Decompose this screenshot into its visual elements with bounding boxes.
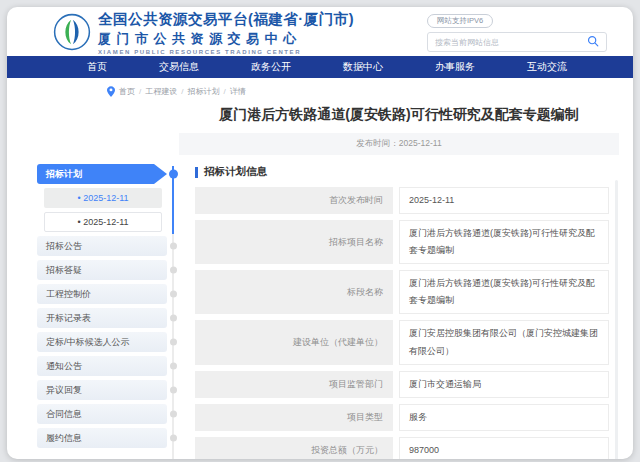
publish-label: 发布时间： bbox=[356, 138, 399, 148]
sidebar-item[interactable]: 通知公告 bbox=[37, 356, 167, 376]
timeline-dot bbox=[170, 411, 177, 418]
field-label: 招标项目名称 bbox=[195, 220, 393, 264]
publish-band: 发布时间：2025-12-11 bbox=[179, 133, 619, 155]
breadcrumb-item[interactable]: 工程建设 bbox=[145, 86, 177, 97]
main-nav: 首页交易信息政务公开数据中心办事服务互动交流 bbox=[7, 56, 633, 78]
field-label: 项目类型 bbox=[195, 404, 393, 431]
timeline-dot bbox=[169, 170, 178, 179]
ipv6-badge: 网站支持IPV6 bbox=[427, 14, 493, 28]
site-logo-icon bbox=[53, 13, 91, 51]
timeline-dot bbox=[170, 267, 177, 274]
field-row: 建设单位（代建单位）厦门安居控股集团有限公司（厦门安控城建集团有限公司） bbox=[195, 320, 609, 364]
sidebar-item[interactable]: 履约信息 bbox=[37, 428, 167, 448]
timeline-dot bbox=[170, 315, 177, 322]
field-row: 项目类型服务 bbox=[195, 404, 609, 431]
field-row: 投资总额（万元）987000 bbox=[195, 437, 609, 459]
site-header: 全国公共资源交易平台(福建省·厦门市) 厦门市公共资源交易中心 XIAMEN P… bbox=[7, 7, 633, 56]
sidebar-date-item[interactable]: 2025-12-11 bbox=[44, 188, 162, 208]
page-title: 厦门港后方铁路通道(厦安铁路)可行性研究及配套专题编制 bbox=[179, 106, 619, 124]
timeline-dot bbox=[170, 339, 177, 346]
sidebar-item[interactable]: 招标公告 bbox=[37, 236, 167, 256]
breadcrumb-item: 详情 bbox=[230, 86, 246, 97]
field-label: 投资总额（万元） bbox=[195, 437, 393, 459]
field-row: 标段名称厦门港后方铁路通道(厦安铁路)可行性研究及配套专题编制 bbox=[195, 270, 609, 314]
field-row: 首次发布时间2025-12-11 bbox=[195, 187, 609, 214]
header-right: 网站支持IPV6 bbox=[427, 12, 607, 52]
site-subtitle: 厦门市公共资源交易中心 bbox=[98, 30, 354, 48]
publish-date: 2025-12-11 bbox=[399, 138, 442, 148]
timeline-dot bbox=[170, 363, 177, 370]
field-value: 厦门港后方铁路通道(厦安铁路)可行性研究及配套专题编制 bbox=[399, 270, 609, 314]
scrollbar[interactable] bbox=[615, 180, 618, 459]
breadcrumb: 首页/工程建设/招标计划/详情 bbox=[107, 86, 619, 97]
field-row: 招标项目名称厦门港后方铁路通道(厦安铁路)可行性研究及配套专题编制 bbox=[195, 220, 609, 264]
field-value: 2025-12-11 bbox=[399, 187, 609, 214]
search-box[interactable] bbox=[427, 32, 607, 52]
nav-item[interactable]: 政务公开 bbox=[251, 60, 291, 74]
section-header: 招标计划信息 bbox=[195, 165, 609, 179]
nav-item[interactable]: 互动交流 bbox=[527, 60, 567, 74]
field-label: 项目监管部门 bbox=[195, 371, 393, 398]
nav-item[interactable]: 数据中心 bbox=[343, 60, 383, 74]
breadcrumb-item[interactable]: 首页 bbox=[119, 86, 135, 97]
sidebar-date-item[interactable]: 2025-12-11 bbox=[44, 212, 162, 232]
field-value: 987000 bbox=[399, 437, 609, 459]
page-card: 全国公共资源交易平台(福建省·厦门市) 厦门市公共资源交易中心 XIAMEN P… bbox=[7, 7, 633, 459]
sidebar-item[interactable]: 招标计划 bbox=[37, 164, 167, 184]
detail-panel: 招标计划信息 首次发布时间2025-12-11招标项目名称厦门港后方铁路通道(厦… bbox=[195, 164, 619, 459]
title-zone: 厦门港后方铁路通道(厦安铁路)可行性研究及配套专题编制 发布时间：2025-12… bbox=[179, 106, 619, 155]
breadcrumb-separator: / bbox=[139, 87, 141, 96]
body-area: 首页/工程建设/招标计划/详情 厦门港后方铁路通道(厦安铁路)可行性研究及配套专… bbox=[7, 78, 633, 459]
breadcrumb-separator: / bbox=[223, 87, 225, 96]
field-value: 厦门市交通运输局 bbox=[399, 371, 609, 398]
field-label: 标段名称 bbox=[195, 270, 393, 314]
stage-sidebar: 招标计划2025-12-112025-12-11招标公告招标答疑工程控制价开标记… bbox=[37, 164, 183, 459]
field-rows: 首次发布时间2025-12-11招标项目名称厦门港后方铁路通道(厦安铁路)可行性… bbox=[195, 187, 609, 459]
nav-item[interactable]: 办事服务 bbox=[435, 60, 475, 74]
field-value: 服务 bbox=[399, 404, 609, 431]
field-label: 建设单位（代建单位） bbox=[195, 320, 393, 364]
nav-item[interactable]: 交易信息 bbox=[159, 60, 199, 74]
section-title: 招标计划信息 bbox=[204, 165, 267, 179]
nav-item[interactable]: 首页 bbox=[87, 60, 107, 74]
timeline-dot bbox=[170, 387, 177, 394]
section-accent-bar bbox=[195, 167, 198, 178]
field-value: 厦门安居控股集团有限公司（厦门安控城建集团有限公司） bbox=[399, 320, 609, 364]
sidebar-item[interactable]: 异议回复 bbox=[37, 380, 167, 400]
field-label: 首次发布时间 bbox=[195, 187, 393, 214]
breadcrumb-separator: / bbox=[181, 87, 183, 96]
brand-text: 全国公共资源交易平台(福建省·厦门市) 厦门市公共资源交易中心 XIAMEN P… bbox=[98, 10, 354, 55]
timeline-dot bbox=[170, 435, 177, 442]
brand: 全国公共资源交易平台(福建省·厦门市) 厦门市公共资源交易中心 XIAMEN P… bbox=[53, 10, 354, 55]
timeline-dot bbox=[170, 291, 177, 298]
site-title: 全国公共资源交易平台(福建省·厦门市) bbox=[98, 10, 354, 29]
breadcrumb-item[interactable]: 招标计划 bbox=[187, 86, 219, 97]
field-value: 厦门港后方铁路通道(厦安铁路)可行性研究及配套专题编制 bbox=[399, 220, 609, 264]
sidebar-item[interactable]: 开标记录表 bbox=[37, 308, 167, 328]
location-pin-icon bbox=[107, 86, 115, 97]
search-input[interactable] bbox=[435, 38, 587, 47]
sidebar-item[interactable]: 工程控制价 bbox=[37, 284, 167, 304]
sidebar-item[interactable]: 招标答疑 bbox=[37, 260, 167, 280]
timeline-dot bbox=[170, 243, 177, 250]
sidebar-item[interactable]: 合同信息 bbox=[37, 404, 167, 424]
main-row: 招标计划2025-12-112025-12-11招标公告招标答疑工程控制价开标记… bbox=[37, 164, 619, 459]
field-row: 项目监管部门厦门市交通运输局 bbox=[195, 371, 609, 398]
sidebar-item[interactable]: 定标/中标候选人公示 bbox=[37, 332, 167, 352]
search-icon[interactable] bbox=[587, 33, 599, 51]
site-title-english: XIAMEN PUBLIC RESOURCES TRADING CENTER bbox=[98, 49, 354, 55]
